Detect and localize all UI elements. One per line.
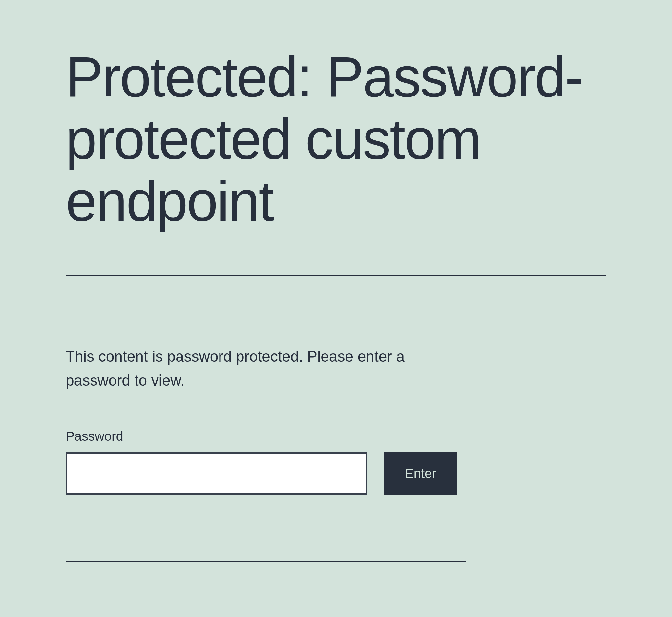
password-label: Password <box>66 429 368 444</box>
page-title: Protected: Password-protected custom end… <box>66 46 606 232</box>
content-divider <box>66 561 466 562</box>
password-form: Password Enter <box>66 429 466 495</box>
password-input[interactable] <box>66 452 368 495</box>
instruction-text: This content is password protected. Plea… <box>66 345 466 393</box>
enter-button[interactable]: Enter <box>384 452 457 495</box>
password-field-group: Password <box>66 429 368 495</box>
